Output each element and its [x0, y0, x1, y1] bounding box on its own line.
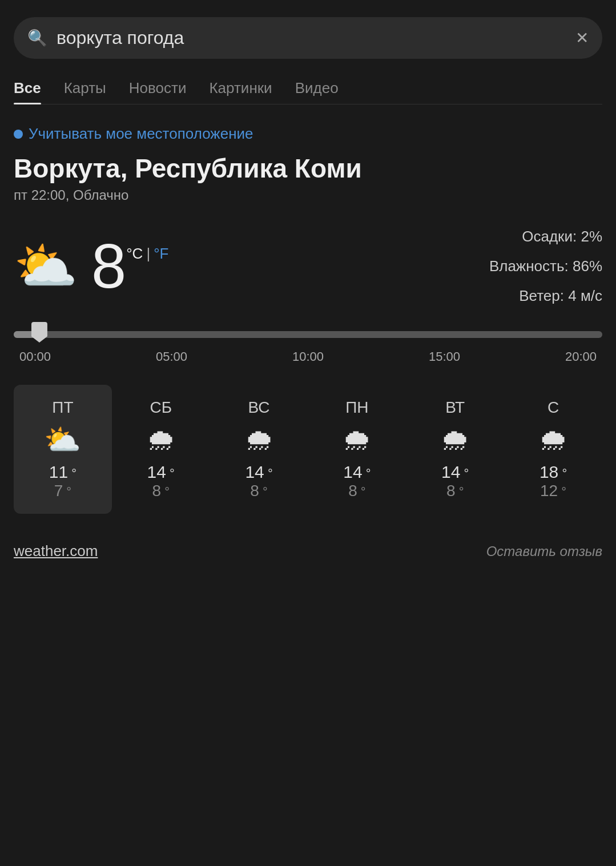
source-link[interactable]: weather.com — [14, 542, 98, 560]
footer: weather.com Оставить отзыв — [14, 537, 602, 560]
day-name-1: СБ — [150, 398, 172, 417]
temperature-block: 8 °C | °F — [91, 235, 168, 297]
tab-video[interactable]: Видео — [295, 79, 339, 104]
timeline-thumb[interactable] — [31, 322, 47, 343]
forecast-day-1[interactable]: СБ 🌧 14 ° 8 ° — [112, 385, 210, 514]
forecast-day-4[interactable]: ВТ 🌧 14 ° 8 ° — [406, 385, 504, 514]
clear-icon[interactable]: ✕ — [575, 29, 589, 47]
search-bar: 🔍 ✕ — [14, 17, 602, 59]
temperature-units: °C | °F — [126, 245, 168, 263]
location-toggle[interactable]: Учитывать мое местоположение — [14, 125, 602, 143]
day-temps-0: 11 ° 7 ° — [49, 462, 77, 500]
day-high-3: 14 ° — [343, 462, 371, 482]
location-dot-icon — [14, 130, 23, 139]
timeline-label-4: 20:00 — [565, 349, 597, 364]
day-name-4: ВТ — [445, 398, 465, 417]
day-icon-0: ⛅ — [44, 425, 81, 454]
feedback-link[interactable]: Оставить отзыв — [486, 543, 602, 559]
fahrenheit-unit[interactable]: °F — [154, 245, 168, 263]
day-temps-4: 14 ° 8 ° — [441, 462, 469, 500]
weather-details: Осадки: 2% Влажность: 86% Ветер: 4 м/с — [489, 221, 602, 311]
day-icon-4: 🌧 — [440, 425, 470, 454]
timeline-section: 00:00 05:00 10:00 15:00 20:00 — [14, 331, 602, 364]
day-low-1: 8 ° — [147, 482, 175, 500]
precipitation-label: Осадки: 2% — [489, 221, 602, 251]
day-high-0: 11 ° — [49, 462, 77, 482]
day-low-5: 12 ° — [539, 482, 567, 500]
tab-all[interactable]: Все — [14, 79, 41, 104]
timeline-labels: 00:00 05:00 10:00 15:00 20:00 — [14, 349, 602, 364]
forecast-day-3[interactable]: ПН 🌧 14 ° 8 ° — [308, 385, 406, 514]
day-high-4: 14 ° — [441, 462, 469, 482]
day-low-2: 8 ° — [245, 482, 272, 500]
forecast-day-5[interactable]: С 🌧 18 ° 12 ° — [504, 385, 602, 514]
temperature-value: 8 — [91, 235, 126, 297]
unit-separator: | — [146, 245, 150, 263]
humidity-label: Влажность: 86% — [489, 251, 602, 281]
day-icon-3: 🌧 — [342, 425, 372, 454]
day-name-5: С — [547, 398, 559, 417]
timeline-track — [14, 331, 602, 338]
tab-news[interactable]: Новости — [129, 79, 187, 104]
tab-bar: Все Карты Новости Картинки Видео — [14, 79, 602, 104]
location-text[interactable]: Учитывать мое местоположение — [29, 125, 253, 143]
day-high-2: 14 ° — [245, 462, 272, 482]
day-name-0: ПТ — [52, 398, 73, 417]
day-icon-5: 🌧 — [538, 425, 568, 454]
timeline-label-0: 00:00 — [19, 349, 51, 364]
weather-main: ⛅ 8 °C | °F Осадки: 2% Влажность: 86% Ве… — [14, 221, 602, 311]
tab-maps[interactable]: Карты — [64, 79, 106, 104]
day-low-4: 8 ° — [441, 482, 469, 500]
city-name: Воркута, Республика Коми — [14, 153, 602, 184]
search-input[interactable] — [57, 27, 566, 49]
timeline-label-3: 15:00 — [429, 349, 460, 364]
day-name-2: ВС — [248, 398, 270, 417]
day-low-0: 7 ° — [49, 482, 77, 500]
day-high-5: 18 ° — [539, 462, 567, 482]
tab-images[interactable]: Картинки — [209, 79, 272, 104]
day-temps-2: 14 ° 8 ° — [245, 462, 272, 500]
timeline-label-2: 10:00 — [292, 349, 324, 364]
weather-icon-large: ⛅ — [14, 240, 78, 292]
day-temps-5: 18 ° 12 ° — [539, 462, 567, 500]
day-temps-1: 14 ° 8 ° — [147, 462, 175, 500]
day-name-3: ПН — [345, 398, 368, 417]
wind-label: Ветер: 4 м/с — [489, 281, 602, 311]
day-high-1: 14 ° — [147, 462, 175, 482]
forecast-day-2[interactable]: ВС 🌧 14 ° 8 ° — [210, 385, 308, 514]
day-temps-3: 14 ° 8 ° — [343, 462, 371, 500]
day-icon-2: 🌧 — [244, 425, 274, 454]
forecast-section: ПТ ⛅ 11 ° 7 ° СБ 🌧 14 ° 8 ° ВС 🌧 14 ° 8 … — [14, 385, 602, 514]
day-low-3: 8 ° — [343, 482, 371, 500]
forecast-day-0[interactable]: ПТ ⛅ 11 ° 7 ° — [14, 385, 112, 514]
timeline-label-1: 05:00 — [156, 349, 187, 364]
city-time: пт 22:00, Облачно — [14, 187, 602, 203]
search-icon: 🔍 — [27, 29, 47, 47]
day-icon-1: 🌧 — [146, 425, 176, 454]
celsius-unit[interactable]: °C — [126, 245, 143, 263]
